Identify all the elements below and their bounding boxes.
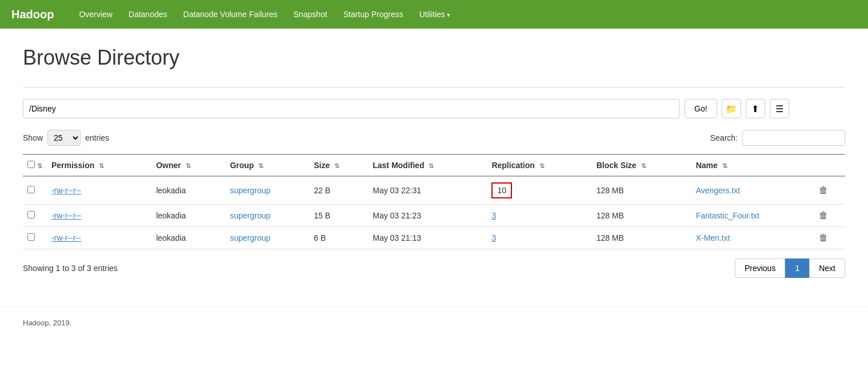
nav-datanodes[interactable]: Datanodes [121,0,175,29]
row-group-1: supergroup [225,205,309,227]
col-name: Name ⇅ [691,154,814,176]
row-block-size-1: 128 MB [592,205,691,227]
row-checkbox-1[interactable] [27,211,35,218]
row-name-1: Fantastic_Four.txt [691,205,814,227]
show-entries-control: Show 10 25 50 100 entries [23,130,109,146]
row-permission-2: -rw-r--r-- [47,227,151,249]
table-row: -rw-r--r-- leokadia supergroup 22 B May … [23,176,845,205]
path-input[interactable] [23,99,680,118]
row-permission-1: -rw-r--r-- [47,205,151,227]
file-link-2[interactable]: X-Men.txt [696,233,730,242]
delete-button-1[interactable]: 🗑 [819,210,828,220]
col-last-modified: Last Modified ⇅ [368,154,487,176]
row-owner-0: leokadia [151,176,225,205]
file-link-0[interactable]: Avengers.txt [696,186,741,195]
nav-utilities-dropdown[interactable]: Utilities [411,0,458,29]
select-all-checkbox[interactable] [27,161,35,168]
upload-icon: ⬆ [751,104,759,114]
page-title: Browse Directory [23,46,845,70]
row-size-2: 6 B [309,227,368,249]
row-last-modified-0: May 03 22:31 [368,176,487,205]
table-row: -rw-r--r-- leokadia supergroup 15 B May … [23,205,845,227]
upload-button[interactable]: ⬆ [746,99,765,118]
files-table: ⇅ Permission ⇅ Owner ⇅ Group ⇅ Size ⇅ [23,154,845,249]
row-checkbox-cell [23,176,47,205]
table-row: -rw-r--r-- leokadia supergroup 6 B May 0… [23,227,845,249]
entries-per-page-select[interactable]: 10 25 50 100 [47,130,81,146]
size-sort-icon[interactable]: ⇅ [334,162,339,169]
owner-sort-icon[interactable]: ⇅ [186,162,191,169]
row-checkbox-0[interactable] [27,186,35,193]
row-block-size-0: 128 MB [592,176,691,205]
table-footer: Showing 1 to 3 of 3 entries Previous 1 N… [23,258,845,278]
nav-datanode-volume-failures[interactable]: Datanode Volume Failures [175,0,286,29]
row-owner-1: leokadia [151,205,225,227]
show-label: Show [23,133,43,142]
nav-snapshot[interactable]: Snapshot [286,0,335,29]
row-replication-0: 10 [487,176,591,205]
list-view-button[interactable]: ☰ [770,99,789,118]
row-group-2: supergroup [225,227,309,249]
name-sort-icon[interactable]: ⇅ [722,162,727,169]
row-checkbox-cell [23,205,47,227]
file-link-1[interactable]: Fantastic_Four.txt [696,211,759,220]
previous-button[interactable]: Previous [735,258,785,278]
group-link-1[interactable]: supergroup [230,211,270,220]
nav-overview[interactable]: Overview [71,0,120,29]
replication-sort-icon[interactable]: ⇅ [539,162,545,169]
path-bar: Go! 📁 ⬆ ☰ [23,99,845,118]
row-owner-2: leokadia [151,227,225,249]
page-footer: Hadoop, 2019. [0,307,868,339]
row-checkbox-2[interactable] [27,233,35,241]
row-delete-0: 🗑 [814,176,845,205]
nav-startup-progress[interactable]: Startup Progress [335,0,411,29]
row-permission-0: -rw-r--r-- [47,176,151,205]
replication-highlighted-value: 10 [491,182,512,198]
permission-sort-icon[interactable]: ⇅ [99,162,104,169]
row-delete-1: 🗑 [814,205,845,227]
row-name-2: X-Men.txt [691,227,814,249]
col-delete [814,154,845,176]
search-label: Search: [710,133,738,142]
delete-button-2[interactable]: 🗑 [819,233,828,242]
row-replication-1: 3 [487,205,591,227]
showing-entries-text: Showing 1 to 3 of 3 entries [23,264,118,273]
row-group-0: supergroup [225,176,309,205]
pagination-controls: Previous 1 Next [735,258,845,278]
row-checkbox-cell [23,227,47,249]
go-button[interactable]: Go! [685,99,717,118]
page-1-button[interactable]: 1 [785,258,809,278]
row-name-0: Avengers.txt [691,176,814,205]
replication-link-2[interactable]: 3 [491,233,496,242]
table-header-row: ⇅ Permission ⇅ Owner ⇅ Group ⇅ Size ⇅ [23,154,845,176]
navbar: Hadoop Overview Datanodes Datanode Volum… [0,0,868,29]
brand-logo: Hadoop [11,8,54,21]
nav-utilities[interactable]: Utilities [411,10,458,19]
group-link-0[interactable]: supergroup [230,186,270,195]
col-permission: Permission ⇅ [47,154,151,176]
col-block-size: Block Size ⇅ [592,154,691,176]
group-link-2[interactable]: supergroup [230,233,270,242]
open-folder-button[interactable]: 📁 [722,99,741,118]
sort-icon: ⇅ [37,162,42,169]
next-button[interactable]: Next [809,258,845,278]
replication-link-1[interactable]: 3 [491,211,496,220]
select-all-header: ⇅ [23,154,47,176]
search-box: Search: [710,130,845,146]
row-replication-2: 3 [487,227,591,249]
row-block-size-2: 128 MB [592,227,691,249]
col-replication: Replication ⇅ [487,154,591,176]
col-size: Size ⇅ [309,154,368,176]
folder-icon: 📁 [726,104,737,114]
footer-text: Hadoop, 2019. [23,319,71,327]
entries-label: entries [85,133,109,142]
last-modified-sort-icon[interactable]: ⇅ [429,162,434,169]
row-last-modified-1: May 03 21:23 [368,205,487,227]
controls-row: Show 10 25 50 100 entries Search: [23,130,845,146]
row-last-modified-2: May 03 21:13 [368,227,487,249]
group-sort-icon[interactable]: ⇅ [258,162,263,169]
block-size-sort-icon[interactable]: ⇅ [641,162,646,169]
search-input[interactable] [742,130,845,146]
delete-button-0[interactable]: 🗑 [819,185,828,195]
main-content: Browse Directory Go! 📁 ⬆ ☰ Show 10 25 50… [0,29,868,295]
